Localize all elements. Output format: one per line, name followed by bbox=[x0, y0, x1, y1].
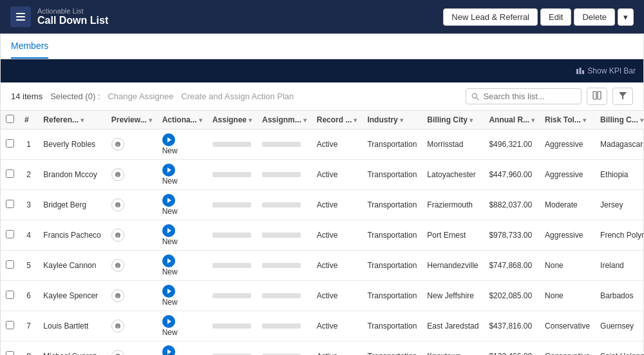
col-assignment[interactable]: Assignm...▾ bbox=[257, 111, 312, 130]
col-assignee[interactable]: Assignee▾ bbox=[207, 111, 257, 130]
row-actionable[interactable]: New bbox=[157, 251, 207, 281]
change-assignee-link[interactable]: Change Assignee bbox=[108, 91, 173, 101]
svg-marker-16 bbox=[167, 168, 171, 173]
row-preview[interactable]: i bbox=[106, 251, 157, 281]
select-all-checkbox[interactable] bbox=[6, 115, 14, 123]
col-billing-c[interactable]: Billing C...▾ bbox=[595, 111, 644, 130]
table-row: 7 Louis Bartlett i New Active Transporta… bbox=[1, 311, 644, 341]
col-industry[interactable]: Industry▾ bbox=[362, 111, 422, 130]
row-name[interactable]: Bridget Berg bbox=[38, 190, 106, 220]
search-box[interactable] bbox=[466, 88, 582, 104]
svg-marker-19 bbox=[167, 198, 171, 203]
row-checkbox[interactable] bbox=[6, 260, 14, 269]
row-actionable[interactable]: New bbox=[157, 341, 207, 356]
row-number: 7 bbox=[19, 311, 38, 341]
preview-button[interactable]: i bbox=[111, 138, 124, 151]
tab-members[interactable]: Members bbox=[11, 34, 48, 59]
row-checkbox[interactable] bbox=[6, 169, 14, 178]
row-name[interactable]: Beverly Robles bbox=[38, 130, 106, 160]
preview-button[interactable]: i bbox=[111, 229, 124, 242]
search-input[interactable] bbox=[483, 91, 576, 101]
row-checkbox-cell[interactable] bbox=[1, 220, 19, 251]
row-preview[interactable]: i bbox=[106, 311, 157, 341]
row-name[interactable]: Louis Bartlett bbox=[38, 311, 106, 341]
row-actionable[interactable]: New bbox=[157, 281, 207, 311]
preview-button[interactable]: i bbox=[111, 289, 124, 302]
row-checkbox-cell[interactable] bbox=[1, 130, 19, 160]
action-button[interactable] bbox=[162, 133, 175, 146]
row-number: 4 bbox=[19, 220, 38, 251]
col-risk-tol[interactable]: Risk Tol...▾ bbox=[540, 111, 595, 130]
row-actionable[interactable]: New bbox=[157, 190, 207, 220]
action-button[interactable] bbox=[162, 285, 175, 298]
row-billing-c: Guernsey bbox=[595, 311, 644, 341]
col-actionable[interactable]: Actiona...▾ bbox=[157, 111, 207, 130]
row-preview[interactable]: i bbox=[106, 281, 157, 311]
more-actions-button[interactable]: ▾ bbox=[618, 8, 634, 26]
col-select-all[interactable] bbox=[1, 111, 19, 130]
col-reference[interactable]: Referen...▾ bbox=[38, 111, 106, 130]
row-billing-city: Knoxtown bbox=[422, 341, 484, 356]
show-kpi-button[interactable]: Show KPI Bar bbox=[576, 66, 636, 75]
row-billing-c: Jersey bbox=[595, 190, 644, 220]
preview-button[interactable]: i bbox=[111, 320, 124, 332]
row-preview[interactable]: i bbox=[106, 160, 157, 190]
filter-button[interactable] bbox=[612, 88, 633, 105]
row-checkbox-cell[interactable] bbox=[1, 190, 19, 220]
row-assignee bbox=[207, 251, 257, 281]
columns-button[interactable] bbox=[587, 88, 607, 105]
row-checkbox-cell[interactable] bbox=[1, 281, 19, 311]
delete-button[interactable]: Delete bbox=[574, 8, 615, 26]
col-record[interactable]: Record ...▾ bbox=[312, 111, 363, 130]
col-billing-city[interactable]: Billing City▾ bbox=[422, 111, 484, 130]
row-checkbox[interactable] bbox=[6, 139, 14, 148]
row-checkbox-cell[interactable] bbox=[1, 341, 19, 356]
preview-button[interactable]: i bbox=[111, 259, 124, 272]
row-preview[interactable]: i bbox=[106, 341, 157, 356]
toolbar-left: 14 items Selected (0) : Change Assignee … bbox=[11, 91, 294, 101]
col-preview[interactable]: Preview...▾ bbox=[106, 111, 157, 130]
row-number: 5 bbox=[19, 251, 38, 281]
row-checkbox[interactable] bbox=[6, 230, 14, 238]
row-number: 1 bbox=[19, 130, 38, 160]
action-button[interactable] bbox=[162, 164, 175, 177]
action-button[interactable] bbox=[162, 254, 175, 267]
row-actionable[interactable]: New bbox=[157, 160, 207, 190]
row-preview[interactable]: i bbox=[106, 220, 157, 251]
row-actionable[interactable]: New bbox=[157, 220, 207, 251]
preview-button[interactable]: i bbox=[111, 198, 124, 211]
row-industry: Transportation bbox=[362, 160, 422, 190]
row-checkbox-cell[interactable] bbox=[1, 251, 19, 281]
row-name[interactable]: Kaylee Spencer bbox=[38, 281, 106, 311]
action-button[interactable] bbox=[162, 345, 175, 355]
edit-button[interactable]: Edit bbox=[540, 8, 571, 26]
row-checkbox[interactable] bbox=[6, 351, 14, 355]
col-annual-r[interactable]: Annual R...▾ bbox=[484, 111, 540, 130]
row-name[interactable]: Brandon Mccoy bbox=[38, 160, 106, 190]
kpi-bar: Show KPI Bar bbox=[1, 59, 643, 82]
row-preview[interactable]: i bbox=[106, 190, 157, 220]
row-checkbox[interactable] bbox=[6, 321, 14, 329]
row-actionable[interactable]: New bbox=[157, 130, 207, 160]
row-billing-city: New Jeffshire bbox=[422, 281, 484, 311]
row-checkbox-cell[interactable] bbox=[1, 160, 19, 190]
row-name[interactable]: Micheal Suarez bbox=[38, 341, 106, 356]
row-checkbox[interactable] bbox=[6, 200, 14, 208]
row-actionable[interactable]: New bbox=[157, 311, 207, 341]
row-checkbox[interactable] bbox=[6, 291, 14, 299]
row-checkbox-cell[interactable] bbox=[1, 311, 19, 341]
action-button[interactable] bbox=[162, 224, 175, 237]
data-table: # Referen...▾ Preview...▾ Actiona...▾ As… bbox=[1, 110, 644, 355]
row-industry: Transportation bbox=[362, 251, 422, 281]
svg-marker-13 bbox=[167, 137, 171, 142]
action-button[interactable] bbox=[162, 194, 175, 207]
preview-button[interactable]: i bbox=[111, 168, 124, 181]
row-risk-tol: None bbox=[540, 251, 595, 281]
new-lead-button[interactable]: New Lead & Referral bbox=[443, 8, 538, 26]
create-action-link[interactable]: Create and Assign Action Plan bbox=[181, 91, 294, 101]
row-name[interactable]: Kaylee Cannon bbox=[38, 251, 106, 281]
action-button[interactable] bbox=[162, 315, 175, 328]
row-preview[interactable]: i bbox=[106, 130, 157, 160]
preview-button[interactable]: i bbox=[111, 350, 124, 355]
row-name[interactable]: Francis Pacheco bbox=[38, 220, 106, 251]
